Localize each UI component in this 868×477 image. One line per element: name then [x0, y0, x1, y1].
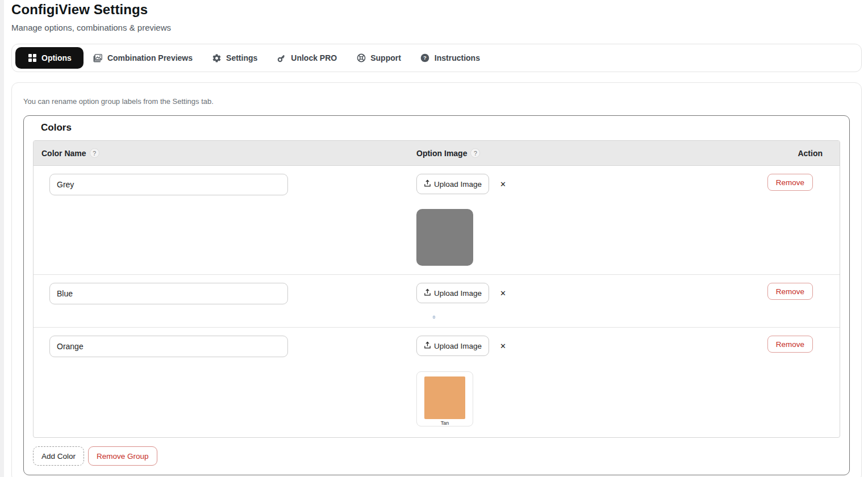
upload-image-button[interactable]: Upload Image [416, 283, 489, 303]
group-title: Colors [33, 122, 840, 133]
color-name-input[interactable] [49, 336, 288, 357]
action-cell: Remove [766, 166, 840, 191]
tab-combination-previews[interactable]: Combination Previews [84, 47, 202, 69]
page-subtitle: Manage options, combinations & previews [11, 23, 862, 33]
tab-bar: Options Combination Previews Settings [11, 44, 862, 72]
admin-background-strip [0, 0, 4, 477]
upload-image-button[interactable]: Upload Image [416, 336, 489, 356]
tab-label: Support [370, 53, 401, 62]
action-cell: Remove [766, 275, 840, 300]
images-icon [93, 53, 103, 63]
color-name-input[interactable] [49, 283, 288, 304]
help-icon[interactable]: ? [90, 148, 99, 158]
color-name-cell [34, 328, 416, 357]
clear-image-button[interactable]: ✕ [500, 342, 506, 350]
page-title: ConfigiView Settings [11, 0, 862, 18]
preview-caption: Tan [441, 420, 449, 426]
upload-image-button[interactable]: Upload Image [416, 174, 489, 194]
question-icon: ? [420, 53, 430, 63]
tab-options[interactable]: Options [15, 47, 84, 69]
table-row: Upload Image ✕ Remove [34, 166, 840, 274]
color-name-cell [34, 275, 416, 304]
remove-option-button[interactable]: Remove [767, 283, 813, 300]
upload-button-label: Upload Image [434, 180, 482, 189]
broken-image-placeholder [433, 316, 435, 319]
add-color-button[interactable]: Add Color [33, 446, 84, 466]
settings-page: ConfigiView Settings Manage options, com… [11, 0, 862, 477]
rename-note: You can rename option group labels from … [23, 97, 850, 106]
upload-icon [424, 341, 431, 351]
clear-image-button[interactable]: ✕ [500, 181, 506, 188]
column-header-color-name: Color Name? [34, 148, 416, 158]
tab-label: Options [41, 53, 72, 62]
grid-icon [27, 53, 37, 63]
clear-image-button[interactable]: ✕ [500, 290, 506, 297]
table-row: Upload Image ✕ Tan Remove [34, 327, 840, 437]
column-header-option-image: Option Image? [416, 148, 766, 158]
upload-icon [424, 288, 431, 298]
tab-support[interactable]: Support [347, 47, 411, 69]
tab-instructions[interactable]: ? Instructions [411, 47, 490, 69]
tab-label: Settings [226, 53, 257, 62]
column-header-label: Option Image [416, 149, 467, 158]
color-image-preview [424, 376, 465, 419]
color-image-preview-card: Tan [416, 371, 473, 426]
option-image-cell: Upload Image ✕ Tan [416, 328, 766, 426]
action-cell: Remove [766, 328, 840, 353]
gear-icon [212, 53, 222, 63]
lifebuoy-icon [356, 53, 366, 63]
column-header-label: Color Name [41, 149, 86, 158]
tab-label: Unlock PRO [291, 53, 337, 62]
color-name-input[interactable] [49, 174, 288, 195]
column-header-action: Action [766, 149, 840, 158]
table-header-row: Color Name? Option Image? Action [34, 141, 840, 166]
upload-button-label: Upload Image [434, 342, 482, 350]
svg-text:?: ? [423, 55, 427, 61]
key-icon [277, 53, 286, 63]
option-image-cell: Upload Image ✕ [416, 166, 766, 266]
tab-label: Combination Previews [107, 53, 193, 62]
tab-settings[interactable]: Settings [202, 47, 267, 69]
options-panel: You can rename option group labels from … [11, 82, 862, 477]
group-actions: Add Color Remove Group [33, 446, 840, 466]
table-row: Upload Image ✕ Remove [34, 274, 840, 327]
upload-icon [424, 179, 431, 189]
option-image-cell: Upload Image ✕ [416, 275, 766, 303]
help-icon[interactable]: ? [470, 148, 480, 158]
options-table: Color Name? Option Image? Action [33, 140, 840, 438]
color-name-cell [34, 166, 416, 195]
color-image-preview [416, 209, 473, 266]
upload-button-label: Upload Image [434, 289, 482, 298]
remove-option-button[interactable]: Remove [767, 336, 813, 353]
remove-option-button[interactable]: Remove [767, 174, 813, 191]
option-group-colors: Colors Color Name? Option Image? Action [23, 115, 850, 475]
tab-unlock-pro[interactable]: Unlock PRO [267, 47, 347, 69]
tab-label: Instructions [435, 53, 480, 62]
remove-group-button[interactable]: Remove Group [88, 446, 157, 466]
